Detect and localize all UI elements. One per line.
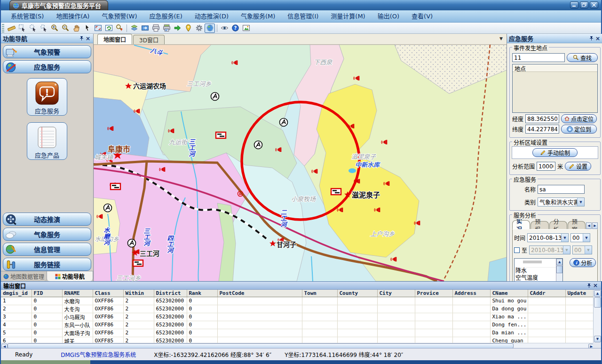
column-header[interactable]: FID bbox=[32, 290, 62, 297]
nav-group-dynamic-deduction[interactable]: 动态推演 bbox=[3, 213, 91, 226]
emergency-product-shortcut[interactable]: 应急产品 bbox=[27, 122, 67, 160]
chevron-down-icon[interactable]: ▼ bbox=[585, 246, 592, 254]
tab-3d-window[interactable]: 3D窗口 bbox=[133, 35, 165, 44]
set-range-button[interactable]: 设置 bbox=[565, 162, 591, 171]
go-arrow-icon[interactable] bbox=[172, 24, 182, 33]
table-row[interactable]: 30小马厩沟OXFF8626523020000Xiao ma ... bbox=[1, 313, 595, 321]
click-locate-button[interactable]: 点击定位 bbox=[561, 114, 597, 123]
list-item[interactable]: 降水 bbox=[515, 268, 562, 275]
chevron-down-icon[interactable]: ▼ bbox=[499, 36, 503, 41]
print-preview-icon[interactable] bbox=[161, 24, 172, 33]
chevron-down-icon[interactable]: ▼ bbox=[583, 234, 590, 242]
column-header[interactable]: PostCode bbox=[217, 290, 302, 297]
globe-3d-icon[interactable] bbox=[205, 24, 215, 33]
column-header[interactable]: CAddr bbox=[528, 290, 565, 297]
location-search-input[interactable] bbox=[512, 53, 565, 62]
close-button[interactable] bbox=[590, 1, 598, 8]
zoom-out-icon[interactable] bbox=[60, 24, 71, 33]
pin-icon[interactable] bbox=[78, 35, 85, 42]
manual-draw-button[interactable]: 手动绘制 bbox=[532, 148, 578, 157]
search-button[interactable]: 查找 bbox=[567, 53, 598, 62]
close-icon[interactable]: × bbox=[594, 35, 601, 42]
to-date-checkbox[interactable] bbox=[514, 247, 520, 253]
menu-measure[interactable]: 测量计算(M) bbox=[325, 10, 371, 22]
column-header[interactable]: dmgis_id bbox=[1, 290, 32, 297]
menu-view[interactable]: 查看(V) bbox=[405, 10, 439, 22]
hour-select[interactable]: 00 ▼ bbox=[570, 233, 590, 242]
column-header[interactable]: Within bbox=[123, 290, 154, 297]
visibility-eye-icon[interactable] bbox=[219, 24, 230, 33]
list-item[interactable]: 空气温度 bbox=[515, 275, 562, 281]
nav-group-weather-warning[interactable]: 气象预警 bbox=[3, 45, 91, 58]
lat-input[interactable] bbox=[525, 125, 559, 134]
pin-icon[interactable] bbox=[588, 35, 594, 42]
close-icon[interactable]: × bbox=[85, 35, 91, 42]
element-listbox[interactable]: 降水 空气温度 ▲ bbox=[514, 258, 563, 281]
tab-plan[interactable]: 预案 bbox=[568, 221, 586, 229]
column-header[interactable]: Provice bbox=[415, 290, 452, 297]
station-icon[interactable] bbox=[254, 141, 262, 149]
nav-group-service-link[interactable]: 服务链接 bbox=[3, 258, 91, 271]
export-map-icon[interactable] bbox=[140, 24, 150, 33]
scroll-right-icon[interactable]: ▶ bbox=[592, 222, 598, 229]
vertical-scrollbar[interactable]: ▲ ▼ bbox=[593, 290, 601, 343]
menu-dynamic-deduction[interactable]: 动态推演(D) bbox=[189, 10, 235, 22]
map-canvas[interactable]: 八斗 六运湖农场 三工河乡 下西泉 九运街 阜康市 城关镇 水磨沟乡 三工河 三… bbox=[94, 45, 507, 281]
date-select[interactable]: 2010-08-13 ▼ bbox=[527, 233, 569, 242]
column-header[interactable]: Rank bbox=[187, 290, 217, 297]
minimize-button[interactable] bbox=[570, 1, 578, 8]
table-row[interactable]: 20大冬沟OXFF8626523020000Da dong gou bbox=[1, 305, 595, 313]
flag-icon[interactable] bbox=[216, 132, 226, 138]
close-icon[interactable]: × bbox=[592, 282, 599, 289]
identify-icon[interactable] bbox=[114, 24, 125, 33]
placemark-icon[interactable] bbox=[183, 24, 193, 33]
column-header[interactable]: RNAME bbox=[62, 290, 93, 297]
flag-icon[interactable] bbox=[331, 189, 341, 195]
select-polygon-icon[interactable] bbox=[39, 24, 49, 33]
lng-input[interactable] bbox=[525, 114, 559, 123]
menu-emergency-service[interactable]: 应急服务(E) bbox=[143, 10, 188, 22]
tab-map-window[interactable]: 地图窗口 bbox=[97, 34, 132, 44]
locate-to-button[interactable]: 定位到 bbox=[561, 125, 597, 134]
help-icon[interactable]: ? bbox=[230, 24, 240, 33]
menu-info-mgmt[interactable]: 信息管理(I) bbox=[281, 10, 325, 22]
full-extent-icon[interactable] bbox=[93, 24, 103, 33]
measure-icon[interactable] bbox=[6, 24, 16, 33]
chevron-down-icon[interactable]: ▼ bbox=[561, 234, 568, 242]
tab-function-nav[interactable]: 功能导航 bbox=[47, 271, 93, 281]
flag-icon[interactable] bbox=[133, 260, 143, 266]
menu-output[interactable]: 输出(O) bbox=[372, 10, 405, 22]
column-header[interactable]: District bbox=[154, 290, 187, 297]
scroll-left-icon[interactable]: ◀ bbox=[586, 222, 592, 229]
nav-group-emergency-service[interactable]: 应急服务 bbox=[3, 60, 91, 73]
scroll-up-icon[interactable]: ▲ bbox=[594, 290, 601, 297]
settings-gear-icon[interactable] bbox=[194, 24, 204, 33]
print-icon[interactable] bbox=[150, 24, 161, 33]
zoom-in-icon[interactable] bbox=[49, 24, 60, 33]
menu-map-ops[interactable]: 地图操作(A) bbox=[50, 10, 95, 22]
station-icon[interactable] bbox=[280, 119, 288, 127]
listbox-scrollbar[interactable]: ▲ bbox=[556, 259, 562, 281]
table-row[interactable]: 10水磨沟OXFF8626523020000Shui mo gou bbox=[1, 297, 595, 305]
refresh-icon[interactable] bbox=[103, 24, 114, 33]
menu-weather-warning[interactable]: 气象预警(W) bbox=[95, 10, 143, 22]
place-list[interactable]: 地点 bbox=[512, 64, 598, 113]
menu-system[interactable]: 系统管理(S) bbox=[5, 10, 50, 22]
tab-analysis[interactable]: 分析 bbox=[549, 221, 567, 229]
select-shape-icon[interactable] bbox=[28, 24, 38, 33]
analyze-button[interactable]: i 分析 bbox=[570, 258, 596, 267]
layers-icon[interactable] bbox=[129, 24, 139, 33]
column-header[interactable]: City bbox=[377, 290, 415, 297]
hour2-select[interactable]: 00 ▼ bbox=[572, 245, 592, 254]
export-image-icon[interactable] bbox=[241, 24, 251, 33]
station-icon[interactable] bbox=[128, 239, 136, 247]
station-icon[interactable] bbox=[211, 93, 219, 101]
output-table[interactable]: dmgis_idFIDRNAMEClassWithinDistrictRankP… bbox=[1, 290, 595, 343]
flag-icon[interactable] bbox=[111, 183, 120, 190]
service-name-input[interactable] bbox=[538, 185, 585, 194]
select-rect-icon[interactable] bbox=[17, 24, 27, 33]
tab-live[interactable]: 实况 bbox=[512, 220, 530, 229]
date2-select[interactable]: 2010-08-13 ▼ bbox=[529, 245, 570, 254]
station-icon[interactable] bbox=[104, 204, 112, 212]
chevron-down-icon[interactable]: ▼ bbox=[563, 246, 570, 254]
